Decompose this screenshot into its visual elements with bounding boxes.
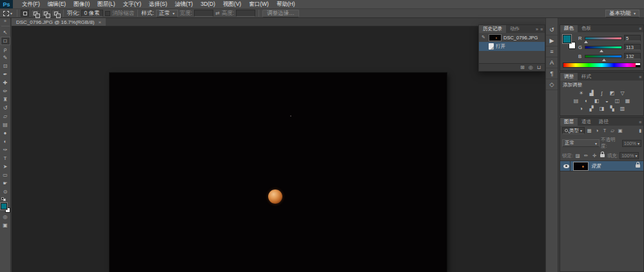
document-image[interactable] — [110, 73, 447, 272]
lock-option-icon[interactable]: ▨ — [574, 153, 581, 159]
panel-menu-icon[interactable]: ≡ — [639, 120, 641, 124]
channel-value-input[interactable]: 113 — [624, 44, 641, 50]
menu-item[interactable]: 帮助(H) — [273, 1, 299, 8]
foreground-color-swatch[interactable] — [563, 35, 571, 43]
layer-row-background[interactable]: 背景 — [560, 160, 643, 171]
panel-tab[interactable]: 历史记录 — [479, 25, 506, 33]
adjustment-icon[interactable]: ▦ — [624, 97, 631, 104]
tool-button[interactable]: ● — [1, 129, 10, 137]
dock-panel-icon[interactable]: A — [546, 57, 558, 68]
color-spectrum-ramp[interactable] — [563, 63, 641, 68]
adjustment-icon[interactable]: ◐ — [583, 97, 590, 104]
style-select[interactable]: 正常▾ — [156, 10, 178, 17]
menu-item[interactable]: 图层(L) — [93, 1, 119, 8]
adjustment-icon[interactable]: ◨ — [598, 105, 605, 112]
tool-button[interactable]: ▱ — [1, 112, 10, 121]
panel-tab[interactable]: 路径 — [595, 118, 612, 126]
slider-thumb-icon[interactable] — [600, 50, 603, 52]
adjustment-icon[interactable]: ▞ — [588, 105, 595, 112]
screen-mode-button[interactable]: ▣ — [1, 221, 10, 229]
panel-tab[interactable]: 色板 — [578, 25, 595, 32]
tool-button[interactable]: ▤ — [1, 121, 10, 129]
menu-item[interactable]: 窗口(W) — [245, 1, 273, 8]
filter-toggle-icon[interactable]: ▮ — [639, 128, 641, 133]
adjustment-icon[interactable]: ☀ — [578, 90, 585, 96]
layer-filter-icon[interactable]: ◑ — [594, 128, 600, 134]
visibility-cell[interactable] — [562, 161, 571, 171]
tool-button[interactable]: ⊡ — [1, 62, 10, 70]
canvas-area[interactable] — [12, 26, 545, 272]
layer-filter-icon[interactable]: ▣ — [617, 128, 623, 134]
tool-button[interactable]: ↖ — [1, 28, 10, 37]
adjustment-icon[interactable]: ◩ — [609, 90, 616, 96]
tool-button[interactable]: ✏ — [1, 87, 10, 95]
adjustment-icon[interactable]: ▽ — [619, 90, 626, 96]
adjustment-icon[interactable]: ◒ — [603, 97, 610, 104]
fill-input[interactable]: 100%▾ — [620, 152, 639, 159]
tool-button[interactable]: ◐ — [1, 137, 10, 146]
default-colors-icon[interactable] — [1, 197, 6, 201]
dock-panel-icon[interactable]: ▶ — [546, 35, 558, 46]
width-input[interactable] — [194, 10, 213, 17]
tool-button[interactable]: ✚ — [1, 79, 10, 87]
panel-menu-icon[interactable]: ≡ — [540, 27, 543, 32]
tool-button[interactable]: T — [1, 154, 10, 162]
document-tab[interactable]: DSC_0796.JPG @ 16.7%(RGB/8) × — [12, 18, 106, 26]
tool-button[interactable]: ↺ — [1, 104, 10, 112]
panel-tab[interactable]: 通道 — [578, 118, 595, 126]
history-footer-icon[interactable]: ⊞ — [520, 64, 525, 70]
tool-button[interactable]: ➤ — [1, 162, 10, 171]
channel-value-input[interactable]: 5 — [624, 35, 641, 41]
menu-item[interactable]: 滤镜(T) — [171, 1, 197, 8]
color-panel-swatches[interactable] — [563, 35, 576, 49]
tool-button[interactable]: ☛ — [1, 179, 10, 188]
foreground-background-swatches[interactable] — [1, 203, 10, 213]
dock-panel-icon[interactable]: ¶ — [546, 68, 558, 79]
refine-edge-button[interactable]: 调整边缘… — [262, 10, 299, 17]
new-selection-button[interactable] — [21, 10, 29, 17]
history-brush-source-icon[interactable]: ✎ — [480, 35, 487, 40]
blend-mode-select[interactable]: 正常▾ — [562, 139, 600, 147]
history-snapshot-row[interactable]: ✎ DSC_0796.JPG — [479, 33, 545, 42]
quick-mask-button[interactable]: ◎ — [1, 213, 10, 221]
adjustment-icon[interactable]: ◫ — [614, 97, 621, 104]
adjustment-icon[interactable]: ▥ — [619, 105, 626, 112]
layer-name[interactable]: 背景 — [591, 163, 601, 170]
menu-item[interactable]: 文件(F) — [18, 1, 44, 8]
menu-item[interactable]: 编辑(E) — [44, 1, 70, 8]
menu-item[interactable]: 图像(I) — [70, 1, 93, 8]
filter-kind-select[interactable]: 类型 ▾ — [562, 127, 585, 134]
panel-tab[interactable]: 颜色 — [560, 25, 578, 32]
tool-preset-picker[interactable]: ▾ — [2, 11, 14, 16]
swap-width-height-icon[interactable]: ⇄ — [215, 10, 220, 16]
tool-button[interactable]: ✎ — [1, 53, 10, 62]
adjustment-icon[interactable]: ▚ — [609, 105, 616, 112]
panel-tab[interactable]: 动作 — [506, 25, 523, 33]
menu-item[interactable]: 视图(V) — [219, 1, 245, 8]
tool-button[interactable]: □ — [1, 37, 10, 45]
menu-item[interactable]: 选择(S) — [145, 1, 171, 8]
adjustment-icon[interactable]: ◑ — [578, 105, 585, 112]
panel-menu-icon[interactable]: ≡ — [639, 75, 641, 79]
panel-tab[interactable]: 图层 — [560, 118, 578, 126]
layer-thumbnail[interactable] — [573, 162, 589, 171]
antialias-checkbox[interactable] — [105, 11, 110, 16]
adjustment-icon[interactable]: ◧ — [593, 97, 600, 104]
adjustment-icon[interactable]: ʃ — [598, 90, 605, 96]
slider-thumb-icon[interactable] — [584, 41, 588, 43]
menu-item[interactable]: 文字(Y) — [119, 1, 145, 8]
dock-panel-icon[interactable]: ↺ — [546, 24, 558, 35]
workspace-switcher[interactable]: 基本功能▾ — [605, 10, 639, 17]
adjustment-icon[interactable]: ▟ — [588, 90, 595, 96]
intersect-selection-button[interactable] — [52, 10, 60, 17]
channel-slider[interactable] — [585, 37, 622, 40]
adjustment-icon[interactable]: ▤ — [572, 97, 580, 104]
lock-option-icon[interactable]: ✛ — [591, 153, 598, 159]
subtract-from-selection-button[interactable] — [41, 10, 50, 17]
channel-slider[interactable] — [585, 55, 622, 58]
add-to-selection-button[interactable] — [31, 10, 39, 17]
layer-filter-icon[interactable]: T — [601, 128, 608, 134]
history-footer-icon[interactable]: ⊔ — [537, 64, 541, 70]
history-footer-icon[interactable]: ◎ — [529, 64, 533, 70]
history-state-row[interactable]: 打开 — [479, 42, 545, 51]
